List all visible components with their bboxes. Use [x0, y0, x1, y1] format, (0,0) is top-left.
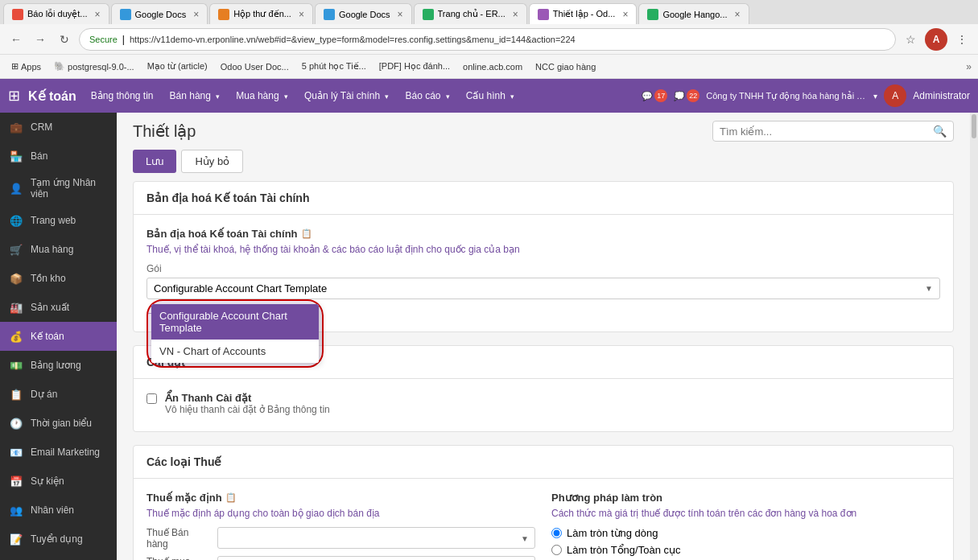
sidebar-item-purchase[interactable]: 🛒 Mua hàng	[0, 235, 117, 264]
manufacturing-icon: 🏭	[8, 299, 24, 315]
tab-6-close[interactable]: ×	[622, 9, 628, 20]
save-button[interactable]: Lưu	[133, 150, 176, 173]
tab-4-close[interactable]: ×	[398, 9, 403, 20]
rounding-desc: Cách thức mà giá trị thuế được tính toán…	[551, 507, 940, 521]
sidebar-item-project[interactable]: 📋 Dự án	[0, 380, 117, 409]
package-select[interactable]: Configurable Account Chart Template ▼	[146, 278, 940, 299]
bookmarks-more[interactable]: »	[966, 61, 972, 72]
extensions-button[interactable]: ⋮	[952, 30, 972, 49]
tab-2-close[interactable]: ×	[193, 9, 199, 20]
nav-sales[interactable]: Bán hàng ▾	[163, 87, 227, 105]
sidebar-item-payroll[interactable]: 💵 Bảng lương	[0, 351, 117, 380]
tab-1-favicon	[12, 9, 23, 20]
tab-6[interactable]: Thiết lập - Od... ×	[529, 3, 638, 24]
bookmark-ncc[interactable]: NCC giao hàng	[530, 60, 600, 73]
cancel-button[interactable]: Hủy bỏ	[181, 150, 243, 173]
tab-3-favicon	[218, 9, 229, 20]
tab-7[interactable]: Google Hango... ×	[638, 3, 749, 24]
bookmark-apps[interactable]: ⊞ Apps	[6, 60, 46, 73]
sidebar-inventory-label: Tồn kho	[31, 273, 66, 284]
tab-5-title: Trang chủ - ER...	[438, 9, 506, 19]
sidebar-item-employees[interactable]: 👥 Nhân viên	[0, 496, 117, 525]
default-tax-info-icon[interactable]: 📋	[225, 492, 237, 503]
sidebar-item-manufacturing[interactable]: 🏭 Sản xuất	[0, 293, 117, 322]
nav-purchase[interactable]: Mua hàng ▾	[229, 87, 295, 105]
bookmark-button[interactable]: ☆	[901, 30, 920, 49]
dropdown-option-configurable[interactable]: Configurable Account Chart Template	[151, 304, 319, 340]
inventory-icon: 📦	[8, 270, 24, 286]
sidebar-item-recruitment[interactable]: 📝 Tuyển dụng	[0, 525, 117, 554]
nav-finance[interactable]: Quản lý Tài chính ▾	[298, 87, 396, 105]
tab-5-close[interactable]: ×	[513, 9, 518, 20]
radio-each-line: Làm tròn từng dòng	[551, 527, 940, 539]
search-bar[interactable]: 🔍	[712, 121, 954, 142]
bookmark-apps-label: Apps	[21, 62, 41, 72]
app-header: ⊞ Kế toán Bảng thông tin Bán hàng ▾ Mua …	[0, 79, 978, 113]
bookmark-5phut[interactable]: 5 phút học Tiế...	[297, 60, 371, 73]
purchase-tax-select[interactable]	[217, 556, 535, 560]
tab-5[interactable]: Trang chủ - ER... ×	[414, 3, 527, 24]
sidebar-item-advance[interactable]: 👤 Tạm ứng Nhân viên	[0, 171, 117, 206]
tax-left: Thuế mặc định 📋 Thuế mặc định áp dụng ch…	[146, 492, 535, 560]
sidebar-item-inventory[interactable]: 📦 Tồn kho	[0, 264, 117, 293]
tab-5-favicon	[423, 9, 434, 20]
bookmark-pdf[interactable]: [PDF] Học đánh...	[374, 60, 455, 73]
header-nav: Bảng thông tin Bán hàng ▾ Mua hàng ▾ Quả…	[85, 87, 634, 105]
tab-3[interactable]: Hộp thư đến... ×	[209, 3, 313, 24]
chat-icon: 💭	[674, 91, 685, 101]
nav-dashboard[interactable]: Bảng thông tin	[85, 87, 160, 105]
accounting-icon: 💰	[8, 328, 24, 344]
radio-total-input[interactable]	[551, 545, 562, 555]
sidebar-item-events[interactable]: 📅 Sự kiện	[0, 467, 117, 496]
email-marketing-icon: 📧	[8, 444, 24, 460]
sale-tax-select[interactable]	[217, 527, 535, 549]
secure-indicator: Secure	[89, 35, 118, 44]
bookmark-postgresql-icon: 🐘	[54, 61, 65, 72]
search-input[interactable]	[720, 126, 928, 138]
company-arrow[interactable]: ▾	[873, 92, 877, 101]
grid-icon[interactable]: ⊞	[8, 87, 20, 105]
scrollbar-thumb[interactable]	[972, 114, 976, 138]
sidebar-item-attendance[interactable]: ✅ Quản lý Điểm danh	[0, 554, 117, 560]
bookmark-odoo[interactable]: Odoo User Doc...	[216, 60, 294, 73]
sidebar-item-website[interactable]: 🌐 Trang web	[0, 206, 117, 235]
address-bar[interactable]: Secure | https://v11demo-vn.erponline.vn…	[79, 28, 896, 51]
nav-config[interactable]: Cấu hình ▾	[460, 87, 521, 105]
back-button[interactable]: ←	[6, 30, 26, 49]
reload-button[interactable]: ↻	[55, 30, 74, 49]
sales-icon: 🏪	[8, 148, 24, 164]
sidebar: 💼 CRM 🏪 Bán 👤 Tạm ứng Nhân viên 🌐 Trang …	[0, 113, 117, 560]
payroll-icon: 💵	[8, 357, 24, 373]
sidebar-item-crm[interactable]: 💼 CRM	[0, 113, 117, 142]
purchase-tax-label: Thuế mua hàng	[146, 556, 211, 560]
chat-count: 22	[687, 89, 699, 102]
tab-3-close[interactable]: ×	[299, 9, 304, 20]
user-avatar[interactable]: A	[884, 84, 906, 107]
radio-each-line-input[interactable]	[551, 528, 562, 538]
tab-1-close[interactable]: ×	[95, 9, 101, 20]
sidebar-item-sales[interactable]: 🏪 Bán	[0, 142, 117, 171]
nav-report[interactable]: Báo cáo ▾	[398, 87, 456, 105]
sidebar-item-accounting[interactable]: 💰 Kế toán	[0, 322, 117, 351]
bookmark-postgresql[interactable]: 🐘 postgresql-9.0-...	[49, 60, 139, 73]
msg-notification[interactable]: 💬 17	[642, 89, 667, 102]
scrollbar[interactable]	[970, 113, 978, 560]
bookmark-maotu[interactable]: Mạo từ (article)	[142, 60, 213, 73]
tab-7-title: Google Hango...	[662, 10, 727, 19]
tab-7-close[interactable]: ×	[735, 9, 741, 20]
tab-4[interactable]: Google Docs ×	[315, 3, 412, 24]
bookmark-odoo-label: Odoo User Doc...	[221, 62, 289, 72]
bookmark-acb[interactable]: online.acb.com	[458, 60, 527, 73]
sale-tax-label: Thuế Bán hàng	[146, 527, 211, 550]
forward-button[interactable]: →	[31, 30, 50, 49]
sidebar-item-timesheet[interactable]: 🕐 Thời gian biểu	[0, 409, 117, 438]
localization-info-icon[interactable]: 📋	[301, 229, 312, 239]
dropdown-option-vn[interactable]: VN - Chart of Accounts	[151, 340, 319, 363]
tab-1[interactable]: Báo lỗi duyệt... ×	[3, 3, 109, 24]
sidebar-events-label: Sự kiện	[31, 476, 64, 487]
sidebar-item-email-marketing[interactable]: 📧 Email Marketing	[0, 438, 117, 467]
tab-2[interactable]: Google Docs ×	[111, 3, 208, 24]
profile-icon[interactable]: A	[925, 28, 947, 51]
hide-toolbar-checkbox[interactable]	[146, 393, 157, 404]
chat-notification[interactable]: 💭 22	[674, 89, 699, 102]
